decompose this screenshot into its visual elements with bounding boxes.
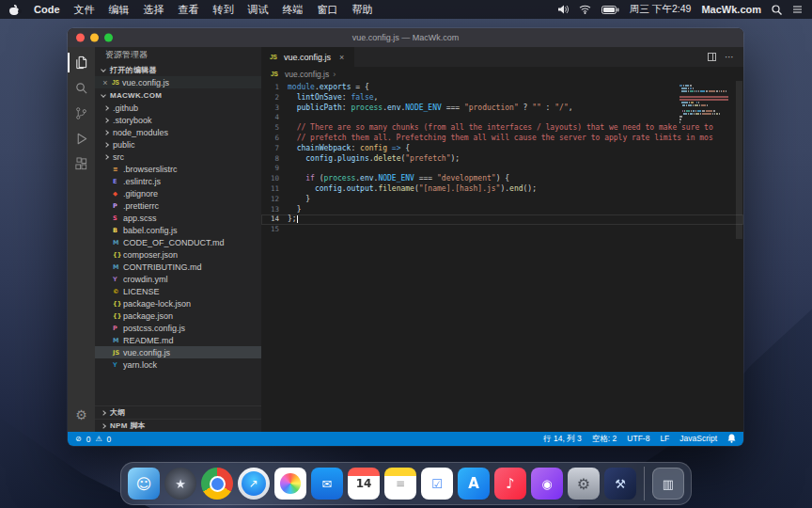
close-window-button[interactable] [76, 34, 85, 42]
tree-item-src[interactable]: src [95, 151, 261, 163]
tree-item-.gitignore[interactable]: ◆.gitignore [95, 187, 261, 199]
dock-notes-icon[interactable]: ≡ [384, 468, 416, 500]
tree-item-README.md[interactable]: MREADME.md [95, 334, 261, 346]
tree-item-CODE_OF_CONDUCT.md[interactable]: MCODE_OF_CONDUCT.md [95, 236, 261, 248]
minimize-window-button[interactable] [90, 34, 99, 42]
close-icon[interactable]: × [101, 78, 110, 87]
menubar-clock[interactable]: 周三 下午2:49 [630, 3, 691, 16]
editor-scrollbar[interactable] [735, 81, 743, 432]
menu-app-name[interactable]: Code [34, 4, 60, 15]
code-editor[interactable]: 1module.exports = {2 lintOnSave: false,3… [261, 81, 743, 432]
dock-trash-icon[interactable]: ▥ [652, 468, 684, 500]
menu-编辑[interactable]: 编辑 [109, 3, 130, 17]
dock-music-icon[interactable]: ♪ [494, 468, 526, 500]
menu-查看[interactable]: 查看 [179, 3, 199, 17]
dock-chrome-icon[interactable] [201, 468, 233, 500]
dock-mail-icon[interactable]: ✉ [311, 468, 343, 500]
problems-indicator[interactable]: ⊘ 0 ⚠ 0 [75, 435, 111, 444]
code-line-15[interactable]: 15 [261, 225, 743, 235]
minimap[interactable] [679, 85, 734, 127]
code-line-2[interactable]: 2 lintOnSave: false, [261, 93, 743, 103]
code-line-6[interactable]: 6 // prefetch them all. Prefetching them… [261, 134, 743, 144]
code-line-14[interactable]: 14}; [261, 214, 743, 225]
dock-calendar-icon[interactable]: 14 [348, 468, 380, 500]
open-editors-header[interactable]: 打开的编辑器 [95, 63, 261, 76]
notification-center-icon[interactable] [792, 5, 803, 14]
statusbar-segment-4[interactable]: JavaScript [679, 434, 717, 445]
tree-item-.github[interactable]: .github [95, 102, 261, 114]
dock-xcode-icon[interactable]: ⚒ [604, 468, 636, 500]
wifi-icon[interactable] [579, 5, 591, 14]
window-titlebar[interactable]: vue.config.js — MacWk.com [68, 28, 743, 47]
menu-文件[interactable]: 文件 [74, 3, 95, 17]
dock-finder-icon[interactable]: ☺ [128, 468, 160, 500]
source-control-icon[interactable] [68, 101, 95, 126]
dock-launchpad-icon[interactable]: ★ [164, 468, 196, 500]
code-line-11[interactable]: 11 config.output.filename("[name].[hash]… [261, 184, 743, 195]
breadcrumb[interactable]: JS vue.config.js › [261, 67, 743, 81]
code-line-13[interactable]: 13 } [261, 205, 743, 215]
tree-item-node_modules[interactable]: node_modules [95, 126, 261, 138]
dock-safari-icon[interactable]: ↗ [238, 468, 270, 500]
tree-item-.eslintrc.js[interactable]: E.eslintrc.js [95, 175, 261, 187]
menu-调试[interactable]: 调试 [248, 3, 269, 17]
dock-system-preferences-icon[interactable]: ⚙ [568, 468, 600, 500]
statusbar-segment-0[interactable]: 行 14, 列 3 [543, 434, 582, 445]
settings-gear-icon[interactable]: ⚙ [68, 402, 95, 427]
code-line-3[interactable]: 3 publicPath: process.env.NODE_ENV === "… [261, 103, 743, 114]
debug-icon[interactable] [68, 126, 95, 151]
split-editor-icon[interactable] [708, 53, 716, 61]
tree-item-composer.json[interactable]: {}composer.json [95, 248, 261, 261]
tree-item-CONTRIBUTING.md[interactable]: MCONTRIBUTING.md [95, 261, 261, 273]
notifications-bell-icon[interactable] [727, 434, 736, 445]
tree-item-.storybook[interactable]: .storybook [95, 114, 261, 126]
scrollbar-thumb[interactable] [736, 81, 742, 239]
menu-窗口[interactable]: 窗口 [318, 3, 338, 17]
tree-item-.browserslistrc[interactable]: ≡.browserslistrc [95, 163, 261, 175]
tree-item-vue.config.js[interactable]: JSvue.config.js [95, 346, 261, 358]
tree-item-.prettierrc[interactable]: P.prettierrc [95, 199, 261, 212]
zoom-window-button[interactable] [104, 34, 113, 42]
tree-item-package.json[interactable]: {}package.json [95, 310, 261, 322]
explorer-icon[interactable] [68, 50, 95, 75]
statusbar-segment-3[interactable]: LF [660, 434, 669, 445]
statusbar-segment-2[interactable]: UTF-8 [627, 434, 649, 445]
battery-icon[interactable] [601, 6, 619, 14]
apple-menu-icon[interactable] [9, 4, 20, 16]
breadcrumb-file[interactable]: vue.config.js [285, 70, 329, 79]
code-line-7[interactable]: 7 chainWebpack: config => { [261, 144, 743, 154]
tree-item-LICENSE[interactable]: ©LICENSE [95, 285, 261, 297]
dock-podcasts-icon[interactable]: ◉ [531, 468, 563, 500]
code-line-9[interactable]: 9 [261, 164, 743, 174]
menu-终端[interactable]: 终端 [283, 3, 304, 17]
menu-转到[interactable]: 转到 [213, 3, 234, 17]
code-line-4[interactable]: 4 [261, 113, 743, 123]
tree-item-public[interactable]: public [95, 138, 261, 151]
tree-item-postcss.config.js[interactable]: Ppostcss.config.js [95, 322, 261, 334]
code-line-12[interactable]: 12 } [261, 195, 743, 205]
code-line-10[interactable]: 10 if (process.env.NODE_ENV === "develop… [261, 174, 743, 184]
project-section-header[interactable]: MACWK.COM [95, 88, 261, 102]
dock-app-store-icon[interactable]: A [458, 468, 490, 500]
tab-close-icon[interactable]: × [339, 53, 344, 62]
statusbar-segment-1[interactable]: 空格: 2 [592, 434, 617, 445]
tree-item-babel.config.js[interactable]: Bbabel.config.js [95, 224, 261, 236]
open-editor-item[interactable]: × JS vue.config.js [95, 76, 261, 88]
extensions-icon[interactable] [68, 151, 95, 177]
menu-帮助[interactable]: 帮助 [352, 3, 373, 17]
tree-item-package-lock.json[interactable]: {}package-lock.json [95, 297, 261, 310]
npm-scripts-section-header[interactable]: NPM 脚本 [95, 419, 261, 432]
code-line-5[interactable]: 5 // There are so many chunks (from all … [261, 123, 743, 134]
tab-vue-config[interactable]: JS vue.config.js × [261, 47, 354, 67]
search-icon[interactable] [68, 75, 95, 101]
code-line-1[interactable]: 1module.exports = { [261, 83, 743, 93]
code-line-8[interactable]: 8 config.plugins.delete("prefetch"); [261, 154, 743, 165]
dock-reminders-icon[interactable]: ☑ [421, 468, 453, 500]
tree-item-yarn.lock[interactable]: Yyarn.lock [95, 358, 261, 371]
tree-item-crowdin.yml[interactable]: Ycrowdin.yml [95, 273, 261, 285]
tree-item-app.scss[interactable]: Sapp.scss [95, 212, 261, 224]
outline-section-header[interactable]: 大纲 [95, 405, 261, 419]
more-actions-icon[interactable]: ⋯ [725, 52, 735, 62]
spotlight-icon[interactable] [772, 5, 782, 15]
volume-icon[interactable] [558, 5, 569, 14]
